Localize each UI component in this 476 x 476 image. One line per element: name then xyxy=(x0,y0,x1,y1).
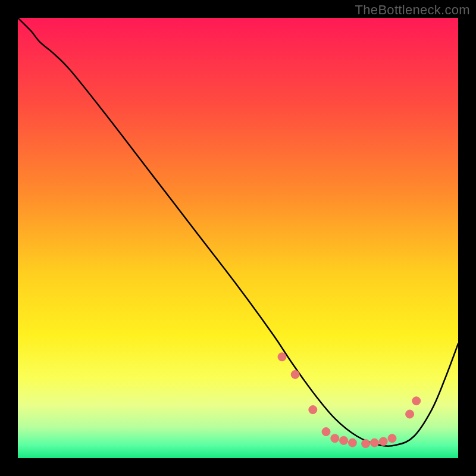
chart-svg xyxy=(18,18,458,458)
data-point xyxy=(412,397,421,405)
data-point xyxy=(278,353,286,361)
data-point xyxy=(340,436,348,444)
gradient-background xyxy=(18,18,458,458)
data-point xyxy=(322,428,330,436)
plot-area xyxy=(18,18,458,458)
data-point xyxy=(388,434,396,443)
data-point xyxy=(379,437,387,446)
data-point xyxy=(291,370,299,378)
data-point xyxy=(309,406,317,414)
data-point xyxy=(331,434,339,443)
watermark-text: TheBottleneck.com xyxy=(355,2,470,18)
data-point xyxy=(362,440,370,448)
data-point xyxy=(348,439,356,447)
chart-frame: { "watermark": "TheBottleneck.com", "col… xyxy=(0,0,476,476)
data-point xyxy=(406,410,414,418)
data-point xyxy=(370,439,378,447)
